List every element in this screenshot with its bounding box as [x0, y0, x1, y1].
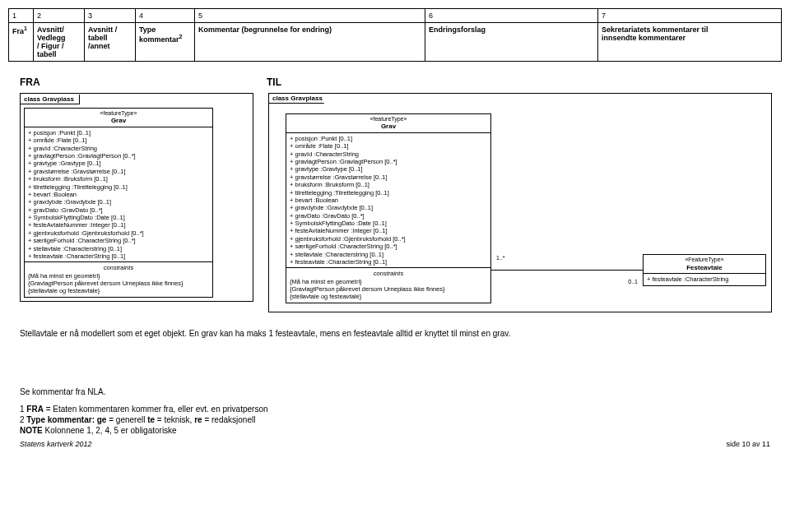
assoc-line — [491, 270, 643, 271]
festeavtale-attr: + festeavtale :CharacterString — [644, 274, 765, 285]
left-grav-attrs: + posisjon :Punkt [0..1]+ område :Flate … — [25, 127, 212, 262]
association: 1..* 0..1 — [491, 253, 643, 286]
page-footer: Statens kartverk 2012 side 10 av 11 — [20, 440, 770, 448]
body-paragraph: Stellavtale er nå modellert som et eget … — [20, 329, 770, 338]
col-num-1: 1 — [9, 9, 34, 23]
col-num-4: 4 — [136, 9, 195, 23]
header-sekretariat: Sekretariatets kommentarer tilinnsendte … — [598, 23, 782, 62]
festeavtale-head: «FeatureType» Festeavtale — [644, 255, 765, 274]
see-comment: Se kommentar fra NLA. — [20, 387, 770, 396]
right-grav-constraints: constraints {Må ha minst en geometri}{Gr… — [286, 268, 490, 303]
left-package-label: class Gravplass — [21, 95, 80, 104]
col-num-6: 6 — [425, 9, 598, 23]
fra-label: FRA — [20, 76, 267, 88]
footer-area: Se kommentar fra NLA. 1 FRA = Etaten kom… — [20, 387, 770, 448]
mult-right: 0..1 — [628, 279, 638, 285]
right-diagram: class Gravplass «featureType» Grav + pos… — [268, 93, 772, 312]
right-package-label: class Gravplass — [268, 93, 330, 104]
til-label: TIL — [267, 76, 281, 88]
col-num-2: 2 — [34, 9, 85, 23]
left-grav-constraints: constraints {Må ha minst en geometri}{Gr… — [25, 262, 212, 297]
col-num-3: 3 — [85, 9, 136, 23]
left-diagram: class Gravplass «featureType» Grav + pos… — [20, 93, 253, 302]
left-grav-head: «featureType» Grav — [25, 109, 212, 127]
header-avsnitt-vedlegg: Avsnitt/Vedlegg/ Figur /tabell — [34, 23, 85, 62]
footnote-3: NOTE Kolonnene 1, 2, 4, 5 er obligatoris… — [20, 426, 770, 435]
header-fra: Fra1 — [9, 23, 34, 62]
publisher: Statens kartverk 2012 — [20, 440, 92, 448]
col-num-7: 7 — [598, 9, 782, 23]
left-grav-class: «featureType» Grav + posisjon :Punkt [0.… — [24, 108, 213, 298]
col-num-5: 5 — [195, 9, 425, 23]
right-grav-class: «featureType» Grav + posisjon :Punkt [0.… — [286, 113, 491, 303]
header-avsnitt-tabell: Avsnitt /tabell/annet — [85, 23, 136, 62]
footnote-2: 2 Type kommentar: ge = generell te = tek… — [20, 415, 770, 424]
festeavtale-class: «FeatureType» Festeavtale + festeavtale … — [643, 254, 766, 285]
header-endringsforslag: Endringsforslag — [425, 23, 598, 62]
header-kommentar: Kommentar (begrunnelse for endring) — [195, 23, 425, 62]
footnote-1: 1 FRA = Etaten kommentaren kommer fra, e… — [20, 405, 770, 414]
page-number: side 10 av 11 — [726, 440, 770, 448]
right-grav-head: «featureType» Grav — [286, 114, 490, 133]
header-table: 1 2 3 4 5 6 7 Fra1 Avsnitt/Vedlegg/ Figu… — [8, 8, 782, 62]
fra-til-labels: FRA TIL — [20, 76, 782, 88]
mult-left: 1..* — [496, 255, 505, 261]
right-grav-attrs: + posisjon :Punkt [0..1]+ område :Flate … — [286, 133, 490, 268]
header-type-kommentar: Typekommentar2 — [136, 23, 195, 62]
diagrams-row: class Gravplass «featureType» Grav + pos… — [20, 93, 782, 312]
